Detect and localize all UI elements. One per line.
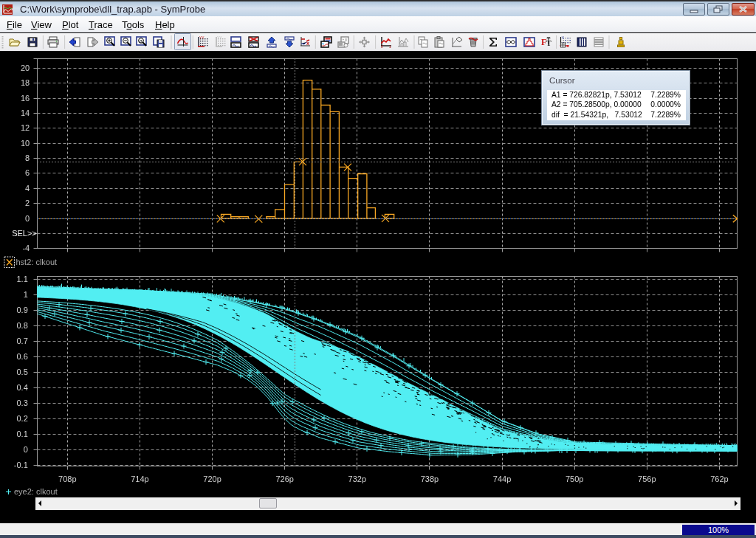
svg-text:4: 4	[25, 184, 30, 193]
svg-text:738p: 738p	[421, 475, 439, 483]
svg-text:SEL>>: SEL>>	[12, 229, 37, 238]
svg-text:Y: Y	[562, 35, 565, 40]
svg-text:0.5: 0.5	[17, 368, 28, 376]
svg-text:0.8: 0.8	[17, 321, 28, 330]
svg-text:-4: -4	[22, 244, 30, 252]
svg-text:720p: 720p	[203, 475, 221, 483]
svg-text:744p: 744p	[493, 475, 511, 483]
svg-text:12: 12	[21, 123, 30, 132]
svg-text:18: 18	[21, 78, 30, 87]
svg-text:YY: YY	[199, 35, 205, 40]
svg-text:x: x	[306, 41, 309, 46]
svg-text:YY: YY	[217, 35, 222, 40]
svg-text:20: 20	[21, 63, 30, 72]
svg-text:0.3: 0.3	[17, 399, 28, 407]
svg-text:726p: 726p	[275, 475, 293, 483]
svg-text:0.1: 0.1	[17, 430, 28, 438]
svg-text:0.9: 0.9	[17, 306, 28, 314]
svg-text:1.1: 1.1	[17, 275, 28, 283]
svg-text:hst2: clkout: hst2: clkout	[16, 258, 58, 266]
svg-text:732p: 732p	[348, 475, 366, 483]
svg-text:a: a	[140, 38, 142, 44]
svg-text:762p: 762p	[710, 475, 728, 483]
svg-text:0.7: 0.7	[17, 337, 28, 345]
svg-text:16: 16	[21, 94, 30, 103]
svg-text:1: 1	[24, 290, 28, 299]
svg-text:x: x	[567, 44, 570, 48]
svg-text:10: 10	[21, 139, 30, 148]
svg-text:750p: 750p	[566, 475, 583, 483]
svg-text:eye2: clkout: eye2: clkout	[14, 487, 58, 496]
svg-text:714p: 714p	[131, 475, 148, 483]
svg-text:6: 6	[25, 168, 30, 177]
svg-text:0: 0	[24, 445, 28, 454]
svg-text:8: 8	[25, 154, 30, 162]
svg-text:708p: 708p	[58, 475, 76, 483]
svg-text:0.6: 0.6	[17, 352, 28, 361]
svg-text:-0.1: -0.1	[14, 461, 28, 469]
svg-text:14: 14	[21, 108, 30, 117]
svg-text:0: 0	[25, 214, 30, 223]
svg-text:0.4: 0.4	[17, 383, 28, 392]
svg-text:756p: 756p	[638, 475, 656, 483]
svg-text:2: 2	[25, 199, 30, 207]
svg-text:0.2: 0.2	[17, 414, 28, 423]
